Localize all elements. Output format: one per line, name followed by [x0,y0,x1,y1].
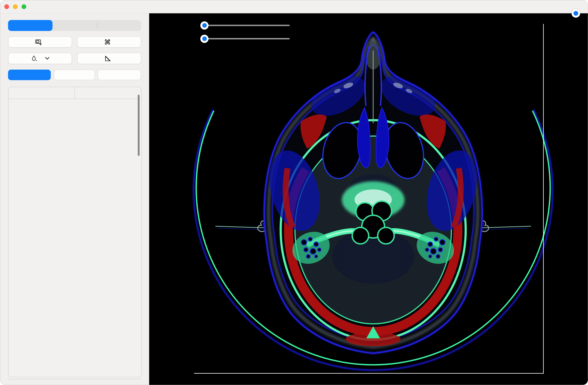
y-axis [543,24,544,374]
view-button-axial[interactable] [8,70,51,80]
sidebar [0,13,149,385]
x-axis [194,373,544,374]
slice-slider-handle[interactable] [571,9,580,18]
dicom-study-button[interactable] [8,36,72,48]
color-window-slider-handle[interactable] [200,35,209,43]
colormap-icon [31,55,38,62]
minimize-button-icon[interactable] [13,4,18,9]
distance-tool-icon [104,38,111,46]
column-header-values [74,87,141,99]
dicom-study-icon [35,38,42,46]
header-column-divider [74,87,75,99]
tab-image-slice[interactable] [8,20,53,31]
maximize-button-icon[interactable] [21,4,26,9]
column-header-dicom-tags [9,87,74,99]
color-level-slider-handle[interactable] [200,21,209,30]
table-header [9,87,141,99]
screen [0,0,588,385]
chevron-down-icon [45,57,50,60]
ct-axial-slice-image [149,13,588,385]
app-window [0,0,588,385]
color-level-slider[interactable] [204,25,290,26]
tab-divider [97,23,97,28]
angle-tool-icon [104,55,111,62]
tab-geometry[interactable] [97,20,141,31]
dicom-tags-table [8,87,142,377]
angle-tool-button[interactable] [77,53,141,64]
colormap-button[interactable] [8,53,72,64]
distance-tool-button[interactable] [77,36,141,48]
sidebar-bottom-divider [8,379,141,379]
color-window-slider[interactable] [204,38,290,39]
titlebar [0,0,588,13]
image-viewer[interactable] [149,13,588,385]
view-button-coronal[interactable] [98,70,141,80]
table-scrollbar[interactable] [138,95,140,156]
tab-volume[interactable] [53,20,97,31]
mode-tabs [8,20,141,31]
view-button-sagittal[interactable] [54,70,95,80]
close-button-icon[interactable] [4,4,9,9]
